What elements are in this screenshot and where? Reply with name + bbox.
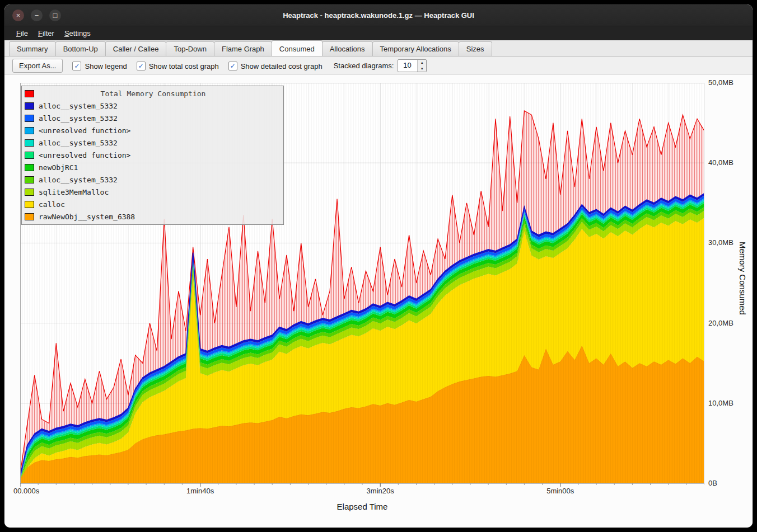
spinner-up-icon[interactable]: ▴ [418, 60, 426, 66]
legend-swatch [25, 201, 34, 208]
legend-swatch [25, 176, 34, 183]
stacked-diagrams-label: Stacked diagrams: [334, 62, 394, 70]
legend-entry: alloc__system_5332 [22, 100, 283, 112]
legend-swatch [25, 127, 34, 134]
minimize-icon: − [35, 11, 39, 18]
legend-swatch [25, 213, 34, 220]
x-tick-label: 1min40s [186, 487, 214, 495]
menubar: FileFilterSettings [4, 26, 753, 40]
checkbox-label: Show legend [85, 62, 127, 70]
stacked-diagrams-spinner[interactable]: 10 ▴ ▾ [398, 59, 427, 72]
legend-swatch [25, 102, 34, 110]
chart-area: Total Memory Consumptionalloc__system_53… [4, 75, 753, 528]
legend-label: <unresolved function> [39, 151, 130, 159]
checkbox-show-total-cost-graph[interactable]: ✓Show total cost graph [137, 62, 219, 70]
legend-swatch [25, 164, 34, 171]
tab-consumed[interactable]: Consumed [272, 40, 323, 56]
tab-allocations[interactable]: Allocations [322, 41, 373, 56]
legend-label: alloc__system_5332 [39, 114, 118, 123]
stacked-diagrams-value: 10 [398, 60, 417, 72]
tab-sizes[interactable]: Sizes [459, 41, 492, 56]
tab-summary[interactable]: Summary [9, 41, 56, 56]
legend-label: alloc__system_5332 [39, 102, 118, 110]
y-axis-title: Memory Consumed [738, 242, 747, 315]
legend-swatch [25, 139, 34, 147]
checkbox-label: Show detailed cost graph [241, 62, 323, 70]
close-button[interactable]: × [12, 10, 24, 21]
legend-entry: alloc__system_5332 [22, 112, 283, 124]
checkbox-label: Show total cost graph [149, 62, 219, 70]
x-tick-label: 3min20s [367, 487, 394, 495]
legend-label: calloc [39, 200, 65, 209]
y-tick-label: 40,0MB [708, 158, 749, 167]
legend-label: alloc__system_5332 [39, 139, 118, 147]
legend-swatch [25, 189, 34, 196]
menu-filter[interactable]: Filter [33, 27, 59, 39]
checkbox-checked-icon: ✓ [137, 62, 146, 70]
export-as-button[interactable]: Export As... [12, 59, 63, 73]
stacked-diagrams-group: Stacked diagrams: 10 ▴ ▾ [334, 59, 427, 72]
tab-temporary-allocations[interactable]: Temporary Allocations [372, 41, 459, 56]
legend-total-swatch [25, 90, 34, 97]
tab-caller-callee[interactable]: Caller / Callee [105, 41, 167, 56]
titlebar: ×−□ Heaptrack - heaptrack.wakunode.1.gz … [4, 4, 753, 26]
app-window: ×−□ Heaptrack - heaptrack.wakunode.1.gz … [4, 4, 753, 528]
legend-title: Total Memory Consumption [34, 90, 272, 98]
legend-entry: newObjRC1 [22, 161, 283, 173]
checkbox-show-legend[interactable]: ✓Show legend [72, 62, 127, 70]
x-axis-title: Elapsed Time [20, 502, 704, 511]
tab-bottom-up[interactable]: Bottom-Up [55, 41, 106, 56]
window-title: Heaptrack - heaptrack.wakunode.1.gz — He… [283, 11, 474, 20]
checkbox-show-detailed-cost-graph[interactable]: ✓Show detailed cost graph [228, 62, 323, 70]
checkbox-checked-icon: ✓ [228, 62, 237, 70]
toolbar-checkboxes: ✓Show legend✓Show total cost graph✓Show … [63, 60, 322, 70]
legend-label: newObjRC1 [39, 163, 78, 172]
toolbar: Export As... ✓Show legend✓Show total cos… [4, 57, 753, 75]
y-tick-label: 50,0MB [708, 78, 749, 87]
legend-label: alloc__system_5332 [39, 176, 118, 184]
menu-file[interactable]: File [11, 27, 33, 39]
window-controls: ×−□ [12, 4, 61, 26]
legend-entry: rawNewObj__system_6388 [22, 210, 283, 223]
x-tick-label: 00.000s [13, 487, 39, 495]
chart-legend: Total Memory Consumptionalloc__system_53… [21, 86, 284, 225]
menu-settings[interactable]: Settings [59, 27, 96, 39]
legend-title-row: Total Memory Consumption [22, 87, 283, 100]
legend-label: sqlite3MemMalloc [39, 188, 109, 196]
maximize-icon: □ [53, 11, 58, 18]
close-icon: × [16, 11, 21, 18]
minimize-button[interactable]: − [31, 10, 43, 21]
legend-label: <unresolved function> [39, 126, 130, 135]
legend-entry: <unresolved function> [22, 124, 283, 136]
spinner-down-icon[interactable]: ▾ [418, 65, 426, 72]
legend-entry: alloc__system_5332 [22, 136, 283, 149]
checkbox-checked-icon: ✓ [72, 62, 81, 70]
legend-swatch [25, 152, 34, 159]
y-tick-label: 20,0MB [708, 319, 749, 327]
legend-entry: alloc__system_5332 [22, 173, 283, 186]
tab-bar: SummaryBottom-UpCaller / CalleeTop-DownF… [4, 40, 753, 57]
y-tick-label: 0B [708, 479, 749, 487]
legend-entry: sqlite3MemMalloc [22, 186, 283, 198]
legend-entry: <unresolved function> [22, 149, 283, 161]
tab-top-down[interactable]: Top-Down [166, 41, 214, 56]
legend-swatch [25, 115, 34, 122]
spinner-arrows: ▴ ▾ [417, 60, 426, 72]
maximize-button[interactable]: □ [49, 10, 61, 21]
x-tick-label: 5min00s [546, 487, 574, 495]
legend-entry: calloc [22, 198, 283, 210]
legend-label: rawNewObj__system_6388 [39, 213, 135, 221]
y-tick-label: 10,0MB [708, 399, 749, 407]
tab-flame-graph[interactable]: Flame Graph [214, 41, 272, 56]
